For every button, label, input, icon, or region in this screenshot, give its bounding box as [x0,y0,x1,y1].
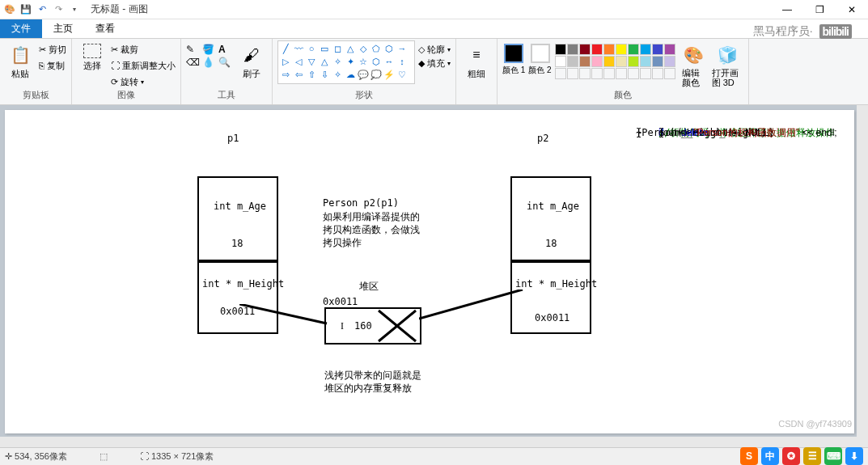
color2-button[interactable]: 颜色 2 [528,40,551,76]
ribbon-group-image: 选择 ✂裁剪 ⛶重新调整大小 ⟳旋转▾ 图像 [72,39,181,104]
tray-icon[interactable]: ✪ [782,447,800,465]
tray-icon[interactable]: ☰ [803,447,821,465]
redo-icon[interactable]: ↷ [52,3,65,16]
group-label: 形状 [277,89,451,103]
statusbar: ✛ 534, 356像素 ⬚ ⛶ 1335 × 721像素 [0,447,868,465]
vertical-scrollbar[interactable] [857,105,868,448]
app-icon: 🎨 [3,3,16,16]
watermark-text: 黑马程序员· [753,24,813,39]
color1-button[interactable]: 颜色 1 [502,40,525,76]
text: 18 [545,238,557,249]
minimize-button[interactable]: — [771,0,803,19]
color-palette[interactable] [555,40,675,79]
text-p2: p2 [537,133,548,144]
copy-icon: ⎘ [39,61,44,70]
undo-icon[interactable]: ↶ [36,3,49,16]
group-label: 图像 [77,89,176,103]
eraser-icon[interactable]: ⌫ [186,57,201,68]
brush-button[interactable]: 🖌 刷子 [236,40,267,80]
shape-outline-button[interactable]: ◇轮廓▾ [418,44,451,56]
text-p1: p1 [227,133,239,144]
tray-icon[interactable]: S [740,447,758,465]
crop-icon: ✂ [111,44,118,55]
svg-line-3 [419,290,523,319]
quick-access-toolbar: 🎨 💾 ↶ ↷ ▾ [0,3,84,16]
edit-colors-icon: 🎨 [683,44,705,66]
text: 堆区的内存重复释放 [324,382,412,395]
text: Person p2(p1) [323,197,399,209]
text: int m_Age [527,201,579,212]
text: 拷贝操作 [323,236,362,250]
text: 18 [231,238,243,249]
text: int m_Age [214,201,266,212]
zoom-icon[interactable]: 🔍 [218,57,233,68]
ribbon-group-tools: ✎ 🪣 A ⌫ 💧 🔍 🖌 刷子 工具 [181,39,273,104]
window-title: 无标题 - 画图 [84,2,771,16]
text-icon[interactable]: A [218,44,233,55]
ribbon-group-colors: 颜色 1 颜色 2 🎨 编辑颜色 🧊 打开画图 3D 颜色 [498,39,749,104]
thickness-icon: ≡ [465,44,488,66]
resize-icon: ⛶ [111,61,120,70]
rotate-icon: ⟳ [111,77,118,87]
ribbon-group-shapes: ╱〰○▭◻△◇⬠⬡→ ▷◁▽△✧✦☆⬡↔↕ ⇨⇦⇧⇩✧☁💬💭⚡♡ ◇轮廓▾ ◆填… [273,39,456,104]
brush-icon: 🖌 [240,44,263,66]
connector-line [239,304,328,328]
text: int * m_Height [202,278,284,290]
text-cursor-icon: I [341,320,344,332]
scissors-icon: ✂ [39,44,46,55]
fill-icon[interactable]: 🪣 [202,44,217,55]
watermark: 黑马程序员· bilibili [753,24,852,39]
group-label: 工具 [186,89,267,103]
paint3d-icon: 🧊 [717,44,739,66]
select-button[interactable]: 选择 [77,40,108,72]
bilibili-logo: bilibili [819,24,852,39]
ribbon-group-clipboard: 📋 粘贴 ✂剪切 ⎘复制 剪贴板 [0,39,72,104]
ribbon: 📋 粘贴 ✂剪切 ⎘复制 剪贴板 选择 ✂裁剪 ⛶重新调整大小 ⟳旋转▾ 图像 [0,39,868,105]
edit-colors-button[interactable]: 🎨 编辑颜色 [679,40,709,87]
copy-button[interactable]: ⎘复制 [39,58,66,73]
save-icon[interactable]: 💾 [19,3,32,16]
text: 拷贝构造函数，会做浅 [323,223,420,237]
crop-button[interactable]: ✂裁剪 [111,42,176,57]
drawing-canvas[interactable]: p1 p2 int m_Age 18 int * m_Height 0x0011… [5,110,854,433]
cut-button[interactable]: ✂剪切 [39,42,66,57]
tab-home[interactable]: 主页 [42,19,84,38]
svg-line-2 [239,304,327,323]
canvas-size: ⛶ 1335 × 721像素 [140,450,214,463]
text: 160 [354,320,372,332]
open-paint3d-button[interactable]: 🧊 打开画图 3D [713,40,743,87]
tray-icon[interactable]: ⌨ [824,447,842,465]
horizontal-scrollbar[interactable] [0,437,857,448]
tray-icon[interactable]: ⬇ [845,447,863,465]
text: 如果利用编译器提供的 [323,210,420,224]
csdn-watermark: CSDN @yf743909 [778,419,852,429]
paste-icon: 📋 [9,44,32,66]
cursor-position: ✛ 534, 356像素 [5,450,67,463]
color2-swatch [531,44,550,63]
selection-icon: ⬚ [100,451,108,461]
tab-view[interactable]: 查看 [84,19,126,38]
select-icon [83,44,101,58]
thickness-button[interactable]: ≡ 粗细 [461,40,492,80]
tab-file[interactable]: 文件 [0,19,42,38]
pencil-icon[interactable]: ✎ [186,44,201,55]
rotate-button[interactable]: ⟳旋转▾ [111,74,176,89]
ribbon-group-thickness: ≡ 粗细 [456,39,498,104]
shapes-gallery[interactable]: ╱〰○▭◻△◇⬠⬡→ ▷◁▽△✧✦☆⬡↔↕ ⇨⇦⇧⇩✧☁💬💭⚡♡ [277,40,415,84]
group-label: 颜色 [502,89,743,103]
fill-icon: ◆ [418,58,425,69]
close-button[interactable]: ✕ [836,0,868,19]
text: int * m_Height [515,278,597,290]
connector-line [419,290,524,322]
qat-dropdown-icon[interactable]: ▾ [68,3,81,16]
tray-icon[interactable]: 中 [761,447,779,465]
shape-fill-button[interactable]: ◆填充▾ [418,57,451,70]
resize-button[interactable]: ⛶重新调整大小 [111,58,176,73]
maximize-button[interactable]: ❐ [803,0,836,19]
canvas-area: p1 p2 int m_Age 18 int * m_Height 0x0011… [0,105,868,448]
text: 堆区 [359,280,379,294]
paste-button[interactable]: 📋 粘贴 [5,40,36,80]
picker-icon[interactable]: 💧 [202,57,217,68]
crosshair-icon: ✛ [5,451,15,461]
group-label: 剪贴板 [5,89,66,103]
